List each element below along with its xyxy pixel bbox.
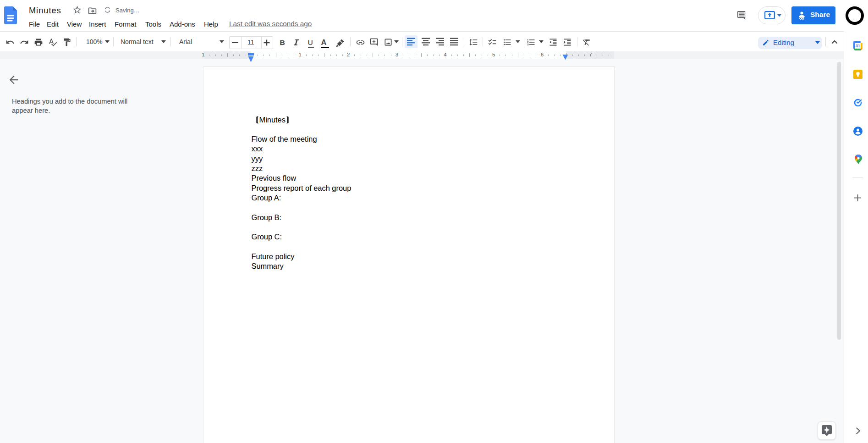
svg-text:31: 31 [856, 44, 860, 48]
